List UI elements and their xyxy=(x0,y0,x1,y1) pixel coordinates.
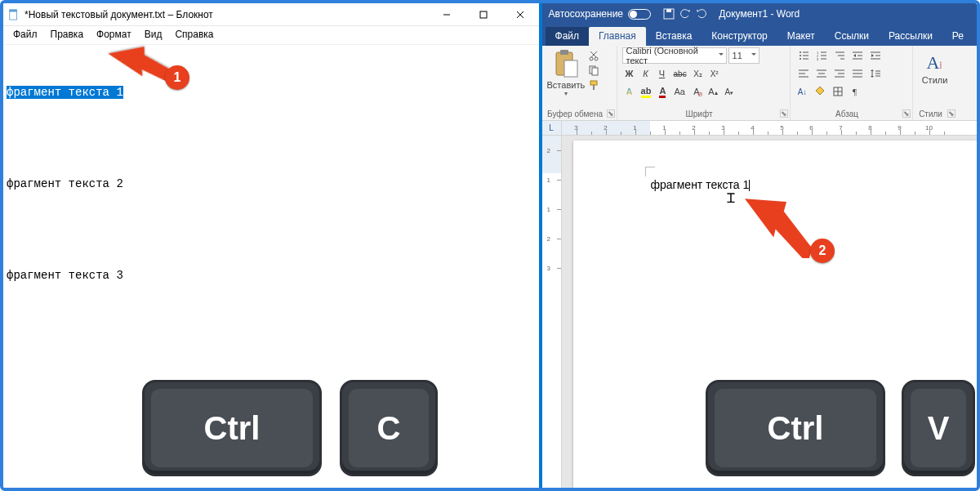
redo-icon[interactable] xyxy=(695,7,708,20)
tab-design[interactable]: Конструктор xyxy=(702,27,777,46)
sort-button[interactable]: A↓ xyxy=(795,83,810,100)
styles-button-label: Стили xyxy=(918,75,952,85)
word-horizontal-ruler-bar: L 32112345678910 xyxy=(542,121,977,136)
menu-format[interactable]: Формат xyxy=(91,28,136,41)
autosave-label: Автосохранение xyxy=(549,8,623,20)
styles-gallery-button[interactable]: A⁞ xyxy=(918,52,952,74)
decrease-indent-button[interactable] xyxy=(849,47,866,64)
svg-rect-10 xyxy=(564,60,577,77)
menu-help[interactable]: Справка xyxy=(170,28,218,41)
clear-formatting-button[interactable]: A⊘ xyxy=(689,83,704,100)
word-ribbon-tabs: Файл Главная Вставка Конструктор Макет С… xyxy=(542,25,977,46)
shading-button[interactable] xyxy=(812,83,828,100)
format-painter-icon[interactable] xyxy=(586,78,601,92)
menu-edit[interactable]: Правка xyxy=(46,28,89,41)
word-titlebar[interactable]: Автосохранение Документ1 - Word xyxy=(542,3,977,25)
svg-text:3: 3 xyxy=(817,57,819,61)
word-page-text[interactable]: фрагмент текста 1 xyxy=(651,178,751,191)
align-left-button[interactable] xyxy=(795,65,812,82)
multilevel-list-button[interactable] xyxy=(831,47,848,64)
show-marks-button[interactable]: ¶ xyxy=(848,83,862,100)
notepad-title: *Новый текстовый документ.txt – Блокнот xyxy=(24,9,213,20)
clipboard-group-label: Буфер обмена xyxy=(542,109,608,118)
tab-file[interactable]: Файл xyxy=(546,27,590,46)
font-group-label: Шрифт xyxy=(617,109,782,118)
svg-point-11 xyxy=(590,57,593,60)
svg-rect-1 xyxy=(10,9,17,11)
change-case-button[interactable]: Aa xyxy=(671,83,687,100)
borders-button[interactable] xyxy=(830,83,846,100)
minimize-button[interactable] xyxy=(429,3,466,26)
notepad-titlebar[interactable]: *Новый текстовый документ.txt – Блокнот xyxy=(3,3,539,26)
svg-rect-7 xyxy=(666,9,671,12)
numbering-button[interactable]: 123 xyxy=(813,47,830,64)
subscript-button[interactable]: X₂ xyxy=(691,65,706,82)
autosave-toggle[interactable] xyxy=(628,9,651,20)
styles-launcher-icon[interactable]: ⬊ xyxy=(947,109,956,118)
align-center-button[interactable] xyxy=(813,65,830,82)
cut-icon[interactable] xyxy=(586,49,601,62)
tab-insert[interactable]: Вставка xyxy=(646,27,702,46)
notepad-line-2[interactable]: фрагмент текста 2 xyxy=(5,175,537,193)
tab-layout[interactable]: Макет xyxy=(777,27,825,46)
menu-file[interactable]: Файл xyxy=(8,28,42,41)
font-color-button[interactable]: A xyxy=(655,83,670,100)
svg-point-23 xyxy=(800,58,801,60)
notepad-app-icon xyxy=(8,9,20,20)
paste-button[interactable]: Вставить ▾ xyxy=(547,47,585,97)
word-document-title: Документ1 - Word xyxy=(719,8,800,20)
font-name-combo[interactable]: Calibri (Основной текст xyxy=(622,47,727,64)
tab-references[interactable]: Ссылки xyxy=(825,27,879,46)
styles-group-label: Стили xyxy=(913,109,949,118)
tab-mailings[interactable]: Рассылки xyxy=(879,27,942,46)
italic-button[interactable]: К xyxy=(639,65,653,82)
svg-point-21 xyxy=(800,55,801,56)
clipboard-launcher-icon[interactable]: ⬊ xyxy=(607,109,615,118)
keycap-ctrl-right: Ctrl xyxy=(706,380,885,476)
svg-line-14 xyxy=(591,51,597,57)
ribbon-group-font: Calibri (Основной текст 11 Ж К Ч abc X₂ … xyxy=(617,46,791,120)
tab-home[interactable]: Главная xyxy=(589,27,646,46)
increase-indent-button[interactable] xyxy=(867,47,884,64)
svg-rect-3 xyxy=(480,11,487,18)
svg-line-13 xyxy=(590,51,596,57)
align-right-button[interactable] xyxy=(831,65,848,82)
paste-label: Вставить xyxy=(547,80,585,90)
font-launcher-icon[interactable]: ⬊ xyxy=(780,109,788,118)
ribbon-group-clipboard: Вставить ▾ Буфер обмена ⬊ xyxy=(542,46,617,120)
highlight-button[interactable]: ab xyxy=(639,83,654,100)
bold-button[interactable]: Ж xyxy=(622,65,637,82)
tab-selector-icon[interactable]: L xyxy=(542,121,562,135)
ribbon-group-styles: A⁞ Стили Стили ⬊ xyxy=(913,46,957,120)
paragraph-launcher-icon[interactable]: ⬊ xyxy=(902,109,911,118)
bullets-button[interactable] xyxy=(795,47,812,64)
svg-rect-16 xyxy=(592,68,598,75)
save-icon[interactable] xyxy=(662,7,675,20)
undo-icon[interactable] xyxy=(679,7,692,20)
shrink-font-button[interactable]: A▾ xyxy=(722,83,737,100)
badge-2: 2 xyxy=(810,239,835,263)
grow-font-button[interactable]: A▴ xyxy=(706,83,720,100)
notepad-line-3[interactable]: фрагмент текста 3 xyxy=(5,266,537,284)
underline-button[interactable]: Ч xyxy=(655,65,670,82)
svg-rect-17 xyxy=(590,81,597,85)
horizontal-ruler[interactable]: 32112345678910 xyxy=(562,121,977,135)
menu-view[interactable]: Вид xyxy=(140,28,167,41)
keycap-v: V xyxy=(902,380,975,476)
strikethrough-button[interactable]: abc xyxy=(671,65,689,82)
maximize-button[interactable] xyxy=(466,3,502,26)
keycap-c: C xyxy=(340,380,438,476)
text-effects-button[interactable]: A xyxy=(622,83,637,100)
paragraph-group-label: Абзац xyxy=(791,109,904,118)
justify-button[interactable] xyxy=(849,65,866,82)
badge-1: 1 xyxy=(165,65,189,90)
font-size-combo[interactable]: 11 xyxy=(728,47,760,64)
vertical-ruler[interactable]: 21123 xyxy=(542,136,562,488)
word-ribbon: Вставить ▾ Буфер обмена ⬊ Calibri (Основ… xyxy=(542,46,977,121)
line-spacing-button[interactable] xyxy=(867,65,884,82)
copy-icon[interactable] xyxy=(586,64,601,77)
tab-review-cut[interactable]: Ре xyxy=(942,27,973,46)
close-button[interactable] xyxy=(502,3,539,26)
superscript-button[interactable]: X² xyxy=(707,65,722,82)
notepad-menubar: Файл Правка Формат Вид Справка xyxy=(3,26,539,45)
